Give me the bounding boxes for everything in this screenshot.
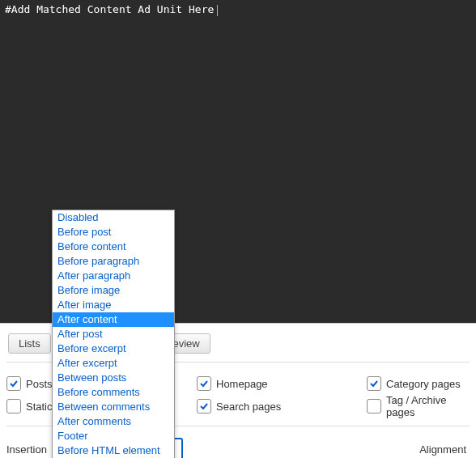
homepage-label: Homepage — [216, 378, 268, 390]
tag-checkbox[interactable] — [367, 399, 381, 413]
posts-label: Posts — [26, 378, 53, 390]
insertion-option[interactable]: After image — [53, 298, 174, 312]
search-checkbox[interactable] — [197, 399, 211, 413]
insertion-dropdown[interactable]: DisabledBefore postBefore contentBefore … — [52, 210, 175, 458]
alignment-label: Alignment — [419, 443, 470, 456]
insertion-option[interactable]: Between posts — [53, 371, 174, 385]
lists-button[interactable]: Lists — [8, 333, 51, 354]
static-label: Static — [26, 401, 53, 413]
code-content: #Add Matched Content Ad Unit Here — [5, 3, 214, 15]
insertion-option[interactable]: Before excerpt — [53, 341, 174, 356]
insertion-option[interactable]: After comments — [53, 414, 174, 429]
insertion-option[interactable]: After content — [53, 312, 174, 327]
insertion-option[interactable]: Disabled — [53, 210, 174, 225]
tag-label: Tag / Archive pages — [386, 394, 470, 418]
search-label: Search pages — [216, 401, 281, 413]
static-checkbox[interactable] — [6, 399, 21, 413]
insertion-option[interactable]: After post — [53, 327, 174, 341]
insertion-option[interactable]: Before post — [53, 225, 174, 240]
text-cursor — [217, 5, 218, 16]
insertion-option[interactable]: Footer — [53, 429, 174, 443]
insertion-option[interactable]: Before image — [53, 283, 174, 298]
category-label: Category pages — [386, 378, 461, 390]
homepage-checkbox[interactable] — [197, 376, 211, 391]
insertion-option[interactable]: Between comments — [53, 400, 174, 414]
insertion-option[interactable]: Before paragraph — [53, 254, 174, 269]
category-checkbox[interactable] — [367, 376, 381, 391]
insertion-option[interactable]: After paragraph — [53, 269, 174, 283]
insertion-option[interactable]: Before HTML element — [53, 443, 174, 458]
insertion-label: Insertion — [6, 443, 47, 456]
insertion-option[interactable]: After excerpt — [53, 356, 174, 371]
insertion-option[interactable]: Before content — [53, 240, 174, 254]
insertion-option[interactable]: Before comments — [53, 385, 174, 400]
posts-checkbox[interactable] — [6, 376, 21, 391]
